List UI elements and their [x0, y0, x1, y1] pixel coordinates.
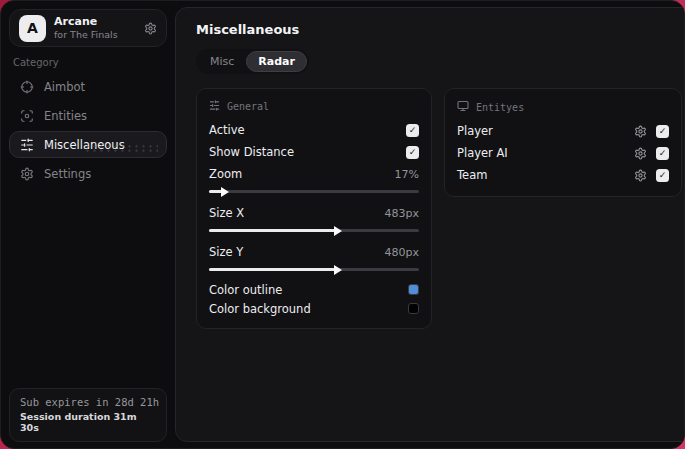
gear-icon[interactable] — [634, 169, 647, 182]
tab-misc[interactable]: Misc — [198, 51, 246, 72]
tab-radar[interactable]: Radar — [246, 51, 307, 72]
color-outline-swatch[interactable] — [408, 284, 419, 295]
player-checkbox[interactable]: ✓ — [656, 125, 669, 138]
size-x-label: Size X — [209, 206, 244, 220]
team-checkbox[interactable]: ✓ — [656, 169, 669, 182]
page-title: Miscellaneous — [196, 22, 682, 37]
crosshair-icon — [20, 80, 34, 94]
size-y-value: 480px — [385, 246, 420, 259]
brand-card: A Arcane for The Finals — [9, 9, 167, 47]
sidebar-item-aimbot[interactable]: Aimbot — [9, 73, 167, 100]
panels: General Active ✓ Show Distance ✓ Zoom 17… — [196, 88, 682, 329]
player-ai-label: Player AI — [457, 146, 508, 160]
sliders-icon — [20, 138, 34, 152]
gear-icon[interactable] — [634, 147, 647, 160]
brand-title: Arcane — [54, 15, 118, 29]
entities-panel-title: Entityes — [476, 102, 524, 113]
brand-logo: A — [19, 15, 46, 42]
player-row: Player ✓ — [457, 120, 669, 142]
sidebar: A Arcane for The Finals Category Aimbot — [1, 1, 175, 448]
sidebar-item-settings[interactable]: Settings — [9, 160, 167, 187]
brand-text: Arcane for The Finals — [54, 15, 118, 41]
player-label: Player — [457, 124, 493, 138]
show-distance-label: Show Distance — [209, 145, 294, 159]
zoom-value: 17% — [395, 168, 419, 181]
gear-icon[interactable] — [634, 125, 647, 138]
player-ai-controls: ✓ — [634, 147, 669, 160]
player-ai-row: Player AI ✓ — [457, 142, 669, 164]
team-row: Team ✓ — [457, 164, 669, 186]
size-x-row: Size X 483px — [209, 202, 419, 224]
show-distance-checkbox[interactable]: ✓ — [406, 146, 419, 159]
monitor-icon — [457, 100, 469, 114]
show-distance-row: Show Distance ✓ — [209, 141, 419, 163]
color-background-label: Color background — [209, 302, 311, 316]
sidebar-item-miscellaneous[interactable]: Miscellaneous — [9, 131, 167, 158]
sidebar-item-entities[interactable]: Entities — [9, 102, 167, 129]
subscription-card: Sub expires in 28d 21h Session duration … — [9, 388, 167, 442]
team-label: Team — [457, 168, 487, 182]
sidebar-item-label: Entities — [44, 109, 87, 123]
zoom-label: Zoom — [209, 167, 242, 181]
team-controls: ✓ — [634, 169, 669, 182]
entities-panel-header: Entityes — [457, 100, 669, 114]
sidebar-item-label: Miscellaneous — [44, 138, 125, 152]
general-panel: General Active ✓ Show Distance ✓ Zoom 17… — [196, 88, 432, 329]
brand-subtitle: for The Finals — [54, 29, 118, 41]
player-ai-checkbox[interactable]: ✓ — [656, 147, 669, 160]
sidebar-item-label: Settings — [44, 167, 91, 181]
size-y-slider-fill — [209, 268, 335, 271]
category-label: Category — [13, 57, 175, 68]
sliders-icon — [209, 100, 220, 113]
gear-icon — [20, 167, 34, 181]
zoom-row: Zoom 17% — [209, 163, 419, 185]
general-panel-title: General — [227, 101, 269, 112]
zoom-slider[interactable] — [209, 190, 419, 193]
sidebar-item-label: Aimbot — [44, 80, 85, 94]
color-outline-row: Color outline — [209, 280, 419, 299]
size-x-slider-fill — [209, 229, 335, 232]
tab-bar: Misc Radar — [196, 49, 309, 74]
color-outline-label: Color outline — [209, 283, 282, 297]
active-row: Active ✓ — [209, 119, 419, 141]
gear-icon[interactable] — [144, 22, 157, 35]
session-duration-text: Session duration 31m 30s — [20, 411, 156, 433]
active-checkbox[interactable]: ✓ — [406, 124, 419, 137]
player-controls: ✓ — [634, 125, 669, 138]
scan-icon — [20, 109, 34, 123]
entities-panel: Entityes Player ✓ Player AI — [444, 88, 682, 197]
size-y-slider[interactable] — [209, 268, 419, 271]
sub-expires-text: Sub expires in 28d 21h — [20, 396, 156, 408]
zoom-slider-fill — [209, 190, 222, 193]
general-panel-header: General — [209, 100, 419, 113]
main-content: Miscellaneous Misc Radar General Active … — [175, 7, 685, 442]
size-x-slider[interactable] — [209, 229, 419, 232]
color-background-swatch[interactable] — [408, 303, 419, 314]
active-label: Active — [209, 123, 245, 137]
sidebar-nav: Aimbot Entities Miscellaneous Settings — [1, 73, 175, 187]
size-y-row: Size Y 480px — [209, 241, 419, 263]
color-background-row: Color background — [209, 299, 419, 318]
size-x-value: 483px — [385, 207, 420, 220]
size-y-label: Size Y — [209, 245, 243, 259]
app-window: A Arcane for The Finals Category Aimbot — [0, 0, 685, 449]
